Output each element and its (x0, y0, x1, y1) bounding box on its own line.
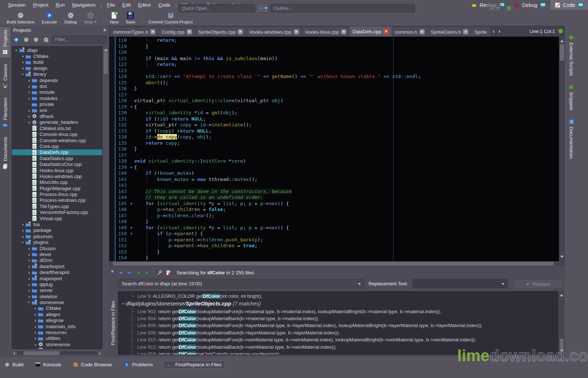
tree-item-resources[interactable]: ›resources (12, 329, 102, 335)
tab-datadefs-cpp[interactable]: DataDefs.cpp× (350, 26, 392, 37)
tree-item-core-cpp[interactable]: CCore.cpp (12, 143, 102, 149)
configure-gear-icon[interactable] (42, 36, 49, 43)
search-result-line-5[interactable]: Line 5: ALLEGRO_COLOR getDfColor(int col… (118, 293, 558, 300)
menu-session[interactable]: Session (4, 2, 29, 8)
dock-tab-snippets[interactable]: Snippets (568, 84, 574, 111)
menu-project[interactable]: Project (29, 2, 52, 8)
editor-vertical-scrollbar[interactable] (559, 37, 565, 261)
tree-item-dwarftherapist[interactable]: ›dwarftherapist (12, 269, 102, 275)
project-tree[interactable]: ›dfapi›CMake›build›design›library›depend… (12, 46, 103, 349)
menu-edit[interactable]: Edit (119, 2, 134, 8)
tree-item-dfusion[interactable]: ›Dfusion (12, 245, 102, 251)
results-vertical-scrollbar[interactable] (559, 291, 564, 355)
search-settings-icon[interactable] (157, 270, 162, 275)
tree-item-hooks-linux-cpp[interactable]: CHooks-linux.cpp (12, 167, 102, 173)
scrollbar-thumb[interactable] (113, 262, 554, 266)
tree-item-include[interactable]: ›include (12, 89, 102, 95)
jump-last-icon[interactable] (144, 270, 150, 275)
dock-tab-filesystem[interactable]: Filesystem (0, 95, 10, 131)
toolbar-button-new[interactable]: New (106, 11, 122, 25)
analyze-button[interactable] (504, 4, 514, 12)
toolbar-button-execute[interactable]: Execute (38, 11, 61, 25)
close-tab-icon[interactable]: × (150, 29, 155, 34)
navigate-diamond-icon[interactable] (12, 36, 20, 43)
tree-item-modules[interactable]: ›modules (12, 95, 102, 101)
dock-tab-projects[interactable]: Projects (0, 27, 10, 58)
tree-item-plugins[interactable]: ›plugins (12, 240, 102, 245)
tree-item-datastaticsctor-cpp[interactable]: CDataStaticsCtor.cpp (12, 161, 102, 167)
code-editor[interactable]: 118 │ return;119 }120121 if (main && mai… (109, 37, 565, 261)
tree-item-dfapi[interactable]: ›dfapi (12, 47, 102, 53)
status-find-replace-in-files[interactable]: Find/Replace in Files (163, 360, 225, 369)
tab-scroll-right-icon[interactable]: › (496, 28, 502, 34)
working-set-icon[interactable] (578, 2, 584, 8)
scrollbar-thumb[interactable] (560, 44, 564, 61)
tree-vertical-scrollbar[interactable] (103, 47, 108, 348)
scrollbar-thumb[interactable] (104, 51, 108, 74)
tree-item-datadefs-cpp[interactable]: CDataDefs.cpp (12, 149, 102, 155)
tree-item-doc[interactable]: ›doc (12, 83, 102, 89)
tree-item-miscutils-cpp[interactable]: CMiscUtils.cpp (12, 179, 102, 185)
area-tab-code[interactable]: Code (550, 0, 588, 10)
menu-run[interactable]: Run (52, 2, 69, 8)
search-result-line-902[interactable]: Line 902: return getDfColor(lookupMateri… (118, 308, 558, 315)
scrollbar-thumb[interactable] (23, 351, 59, 355)
tree-item-tiletypes-cpp[interactable]: CTileTypes.cpp (12, 203, 102, 209)
tree-item-skeleton[interactable]: ›skeleton (12, 293, 102, 299)
navigate-forward-button[interactable] (487, 4, 502, 12)
search-result-line-908[interactable]: Line 908: return getDfColor(lookupMateri… (118, 329, 558, 336)
tree-item-utilities[interactable]: ›utilities (12, 336, 102, 341)
tree-item-depends[interactable]: ›depends (12, 77, 102, 83)
tree-item-pluginmanager-cpp[interactable]: CPluginManager.cpp (12, 185, 102, 191)
toolbar-button-save[interactable]: Save (122, 11, 139, 25)
tab-commontypes-h[interactable]: commonTypes.h× (110, 27, 158, 37)
tree-item-package[interactable]: ›package (12, 227, 102, 233)
tree-item-stonesense[interactable]: ›stonesense (12, 341, 102, 347)
status-problems[interactable]: iProblems (122, 361, 154, 368)
tree-item-server[interactable]: ›server (12, 288, 102, 293)
tree-item-cmake[interactable]: ›CMake (12, 53, 102, 59)
next-match-icon[interactable] (127, 270, 132, 275)
tab-scroll-left-icon[interactable]: ‹ (491, 28, 496, 34)
search-results-list[interactable]: Line 5: ALLEGRO_COLOR getDfColor(int col… (118, 291, 558, 355)
search-result-file-spriteobjects-cpp[interactable]: ›dfapi/plugins/stonesense/SpriteObjects.… (118, 300, 558, 308)
menu-navigation[interactable]: Navigation (69, 2, 99, 8)
close-tab-icon[interactable]: × (187, 29, 192, 34)
tree-item-stonesense[interactable]: ›stonesense (12, 299, 102, 305)
tree-item-pdcurses[interactable]: ›pdcurses (12, 233, 102, 239)
close-tab-icon[interactable]: × (238, 29, 243, 34)
tree-item-console-linux-cpp[interactable]: CConsole-linux.cpp (12, 131, 102, 137)
working-set-icon[interactable] (540, 2, 546, 8)
replace-button[interactable]: ✔Replace (514, 279, 562, 289)
tree-item-versioninfofactory-cpp[interactable]: CVersionInfoFactory.cpp (12, 210, 102, 215)
close-tab-icon[interactable]: × (384, 29, 389, 34)
toolbar-button-debug[interactable]: Debug (61, 11, 81, 25)
menu-code[interactable]: Code (155, 2, 174, 8)
close-tab-icon[interactable]: × (463, 29, 468, 34)
tab-config-cpp[interactable]: Config.cpp× (159, 27, 195, 37)
tree-item-virtual-cpp[interactable]: CVirtual.cpp (12, 215, 102, 221)
tree-item-df2mc[interactable]: ›df2mc (12, 257, 102, 263)
editor-horizontal-scrollbar[interactable] (109, 261, 565, 266)
tree-item-allegrow[interactable]: ›allegrow (12, 318, 102, 323)
tree-item-process-linux-cpp[interactable]: CProcess-linux.cpp (12, 191, 102, 197)
tree-item-design[interactable]: ›design (12, 65, 102, 71)
tree-item-dwarfexport[interactable]: ›dwarfexport (12, 263, 102, 269)
toolbar-button-commit-current-project[interactable]: Commit Current Project (145, 11, 196, 25)
tree-item-process-windows-cpp[interactable]: CProcess-windows.cpp (12, 197, 102, 203)
tree-item-generate-headers[interactable]: ›generate_headers (12, 119, 102, 125)
tree-item-datastatics-cpp[interactable]: CDataStatics.cpp (12, 155, 102, 161)
toolbar-button-stop[interactable]: Stop (81, 11, 101, 25)
search-result-line-904[interactable]: Line 904: return getDfColor(lookupMateri… (118, 315, 558, 322)
replacement-text-combobox[interactable] (413, 279, 508, 288)
search-result-line-910[interactable]: Line 910: return getDfColor(lookupMateri… (118, 336, 558, 343)
tree-item-library[interactable]: ›library (12, 71, 102, 77)
quick-open-input[interactable] (178, 4, 255, 12)
tab-spritecolors-h[interactable]: SpriteColors.h× (428, 27, 471, 37)
tree-horizontal-scrollbar[interactable]: ‹› (12, 350, 103, 356)
tree-item-build[interactable]: ›build (12, 59, 102, 65)
tree-item-mapexport[interactable]: ›mapexport (12, 275, 102, 281)
close-panel-icon[interactable]: × (103, 27, 106, 33)
tree-item-console-windows-cpp[interactable]: CConsole-windows.cpp (12, 137, 102, 143)
close-tab-icon[interactable]: × (294, 29, 299, 34)
